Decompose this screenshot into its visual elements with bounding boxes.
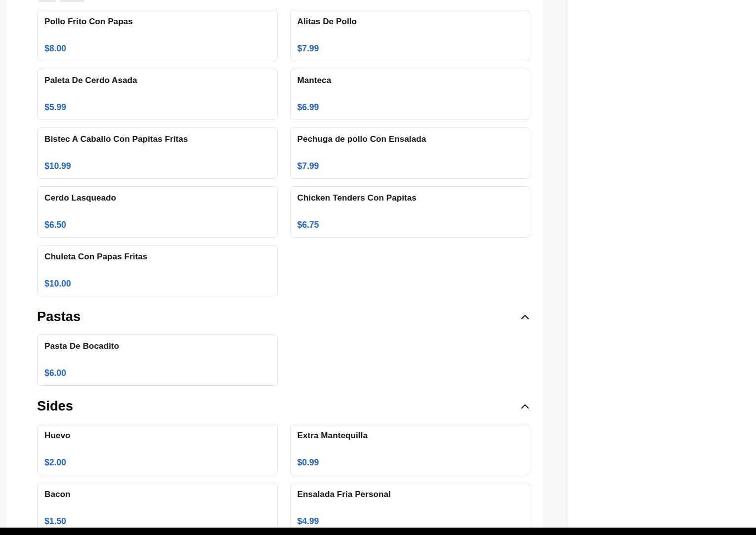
collapse-section-button[interactable] [520,403,530,410]
bottom-bar [0,528,756,535]
section-title: Sides [37,399,73,414]
menu-item-name: Pasta De Bocadito [44,341,269,351]
side-panel [568,0,756,528]
chevron-up-icon [521,404,529,409]
menu-item-name: Extra Mantequilla [297,431,522,441]
menu-panel: Pollo Frito Con Papas $8.00 Alitas De Po… [7,0,543,528]
menu-item-card[interactable]: Alitas De Pollo $7.99 [290,10,531,61]
menu-item-price: $6.75 [297,220,522,230]
menu-item-price: $7.99 [297,43,522,54]
menu-item-name: Pechuga de pollo Con Ensalada [297,134,522,144]
menu-item-price: $4.99 [297,516,522,527]
menu-item-name: Chuleta Con Papas Fritas [44,252,269,262]
clipped-heading-remnant [60,0,84,2]
menu-item-price: $10.99 [44,161,269,171]
menu-item-card[interactable]: Chuleta Con Papas Fritas $10.00 [37,245,278,296]
menu-item-price: $6.50 [44,220,269,230]
menu-item-price: $0.99 [297,457,522,468]
menu-item-price: $7.99 [297,161,522,171]
menu-item-card[interactable]: Paleta De Cerdo Asada $5.99 [37,69,278,120]
menu-item-card[interactable]: Bacon $1.50 [37,483,278,528]
screen: Pollo Frito Con Papas $8.00 Alitas De Po… [0,0,756,535]
menu-item-card[interactable]: Extra Mantequilla $0.99 [290,424,531,475]
menu-item-name: Chicken Tenders Con Papitas [297,193,522,203]
menu-item-card[interactable]: Chicken Tenders Con Papitas $6.75 [290,186,531,238]
menu-item-name: Cerdo Lasqueado [44,193,269,203]
clipped-section-heading [39,0,84,2]
menu-item-name: Manteca [297,76,522,85]
chevron-up-icon [521,314,529,320]
menu-item-name: Paleta De Cerdo Asada [44,76,269,85]
menu-item-card[interactable]: Cerdo Lasqueado $6.50 [37,186,278,238]
menu-item-card[interactable]: Manteca $6.99 [290,69,531,120]
menu-item-card[interactable]: Pechuga de pollo Con Ensalada $7.99 [290,127,531,179]
menu-item-card[interactable]: Huevo $2.00 [37,424,278,475]
menu-item-name: Ensalada Fria Personal [297,490,522,499]
menu-item-name: Huevo [44,431,269,441]
section-header-sides: Sides [37,399,530,414]
section-items-grid: Pollo Frito Con Papas $8.00 Alitas De Po… [37,10,530,296]
menu-item-name: Alitas De Pollo [297,17,522,27]
section-items-grid: Pasta De Bocadito $6.00 [37,334,530,386]
menu-item-price: $5.99 [44,102,269,113]
menu-item-price: $6.99 [297,102,522,113]
menu-item-card[interactable]: Bistec A Caballo Con Papitas Fritas $10.… [37,127,278,179]
menu-item-price: $6.00 [44,368,269,378]
menu-item-price: $10.00 [44,279,269,289]
menu-item-price: $2.00 [44,457,269,468]
menu-item-name: Pollo Frito Con Papas [44,17,269,27]
section-title: Pastas [37,309,81,325]
menu-item-card[interactable]: Ensalada Fria Personal $4.99 [290,483,531,528]
clipped-heading-remnant [39,0,56,2]
menu-item-card[interactable]: Pasta De Bocadito $6.00 [37,334,278,386]
menu-item-card[interactable]: Pollo Frito Con Papas $8.00 [37,10,278,61]
section-items-grid: Huevo $2.00 Extra Mantequilla $0.99 Baco… [37,424,530,528]
menu-item-price: $8.00 [44,43,269,54]
menu-item-price: $1.50 [44,516,269,527]
section-header-pastas: Pastas [37,309,530,325]
menu-item-name: Bistec A Caballo Con Papitas Fritas [44,134,269,144]
menu-item-name: Bacon [44,490,269,499]
collapse-section-button[interactable] [520,313,530,321]
